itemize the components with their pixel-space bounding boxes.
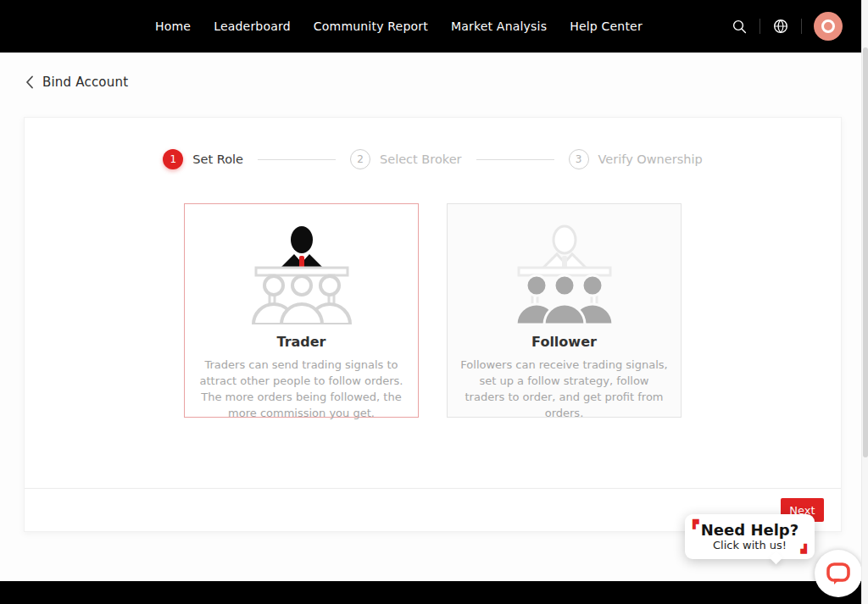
nav-item-home[interactable]: Home bbox=[155, 19, 191, 33]
follower-icon bbox=[448, 221, 681, 324]
step-label: Set Role bbox=[192, 152, 243, 166]
nav-item-community-report[interactable]: Community Report bbox=[314, 19, 428, 33]
step-select-broker: 2 Select Broker bbox=[350, 149, 462, 169]
top-nav: Home Leaderboard Community Report Market… bbox=[0, 0, 868, 53]
nav-item-leaderboard[interactable]: Leaderboard bbox=[214, 19, 291, 33]
step-number-badge: 2 bbox=[350, 149, 370, 169]
help-subtitle: Click with us! bbox=[713, 539, 787, 551]
role-title-trader: Trader bbox=[185, 334, 418, 350]
scrollbar-thumb[interactable] bbox=[863, 47, 868, 457]
bind-account-card: 1 Set Role 2 Select Broker 3 Verify Owne… bbox=[24, 117, 842, 532]
search-icon[interactable] bbox=[729, 16, 749, 36]
nav-divider bbox=[760, 19, 760, 34]
avatar-placeholder-icon bbox=[821, 19, 835, 33]
stepper: 1 Set Role 2 Select Broker 3 Verify Owne… bbox=[25, 118, 841, 169]
step-label: Select Broker bbox=[380, 152, 462, 166]
step-number-badge: 1 bbox=[163, 149, 183, 169]
nav-item-market-analysis[interactable]: Market Analysis bbox=[451, 19, 547, 33]
nav-menu: Home Leaderboard Community Report Market… bbox=[155, 19, 643, 33]
globe-icon[interactable] bbox=[771, 16, 791, 36]
step-label: Verify Ownership bbox=[598, 152, 703, 166]
role-description-trader: Traders can send trading signals to attr… bbox=[196, 357, 407, 421]
nav-right-controls bbox=[729, 0, 843, 53]
avatar[interactable] bbox=[814, 12, 843, 41]
tooltip-tail bbox=[770, 551, 783, 565]
stepper-connector bbox=[476, 159, 554, 160]
chevron-left-icon bbox=[25, 75, 34, 89]
live-chat-button[interactable] bbox=[815, 550, 862, 597]
role-options: Trader Traders can send trading signals … bbox=[25, 203, 841, 418]
scrollbar-track[interactable] bbox=[861, 0, 868, 604]
step-number-badge: 3 bbox=[569, 149, 589, 169]
stepper-connector bbox=[258, 159, 336, 160]
page-title: Bind Account bbox=[42, 75, 128, 90]
corner-mark-icon: ▛ bbox=[693, 520, 699, 529]
back-link[interactable]: Bind Account bbox=[25, 75, 128, 90]
need-help-tooltip[interactable]: ▛ Need Help? Click with us! ▟ bbox=[685, 514, 815, 559]
footer-bar bbox=[0, 581, 868, 604]
help-title: Need Help? bbox=[701, 522, 798, 539]
role-card-trader[interactable]: Trader Traders can send trading signals … bbox=[184, 203, 419, 418]
role-card-follower[interactable]: Follower Followers can receive trading s… bbox=[447, 203, 682, 418]
chat-bubble-icon bbox=[825, 561, 852, 587]
nav-divider bbox=[801, 19, 802, 34]
trader-icon bbox=[185, 221, 418, 324]
role-description-follower: Followers can receive trading signals, s… bbox=[459, 357, 670, 421]
corner-mark-icon: ▟ bbox=[800, 545, 807, 553]
role-title-follower: Follower bbox=[448, 334, 681, 350]
step-verify-ownership: 3 Verify Ownership bbox=[569, 149, 703, 169]
nav-item-help-center[interactable]: Help Center bbox=[570, 19, 643, 33]
step-set-role: 1 Set Role bbox=[163, 149, 243, 169]
